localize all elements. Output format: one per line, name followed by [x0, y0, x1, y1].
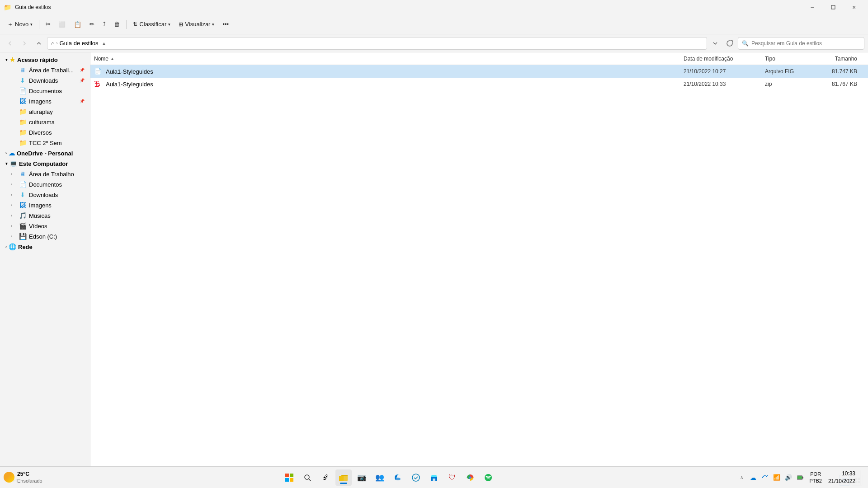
quick-access-expand-icon: ▾ — [5, 57, 8, 62]
folder-icon: 📁 — [19, 118, 26, 126]
videos-pc-icon: 🎬 — [19, 222, 26, 230]
culturama-label: culturama — [29, 119, 85, 126]
sidebar-item-downloads-pc[interactable]: › ⬇ Downloads — [2, 190, 88, 200]
taskbar-mcafee[interactable]: 🛡 — [444, 469, 460, 486]
table-row[interactable]: 🗜 Aula1-Styleguides 21/10/2022 10:33 zip… — [90, 78, 868, 90]
share-button[interactable]: ⤴ — [99, 17, 109, 32]
rename-button[interactable]: ✏ — [86, 17, 98, 32]
sidebar-item-documents-pc[interactable]: › 📄 Documentos — [2, 179, 88, 189]
close-button[interactable]: ✕ — [844, 0, 864, 14]
sidebar-item-music-pc[interactable]: › 🎵 Músicas — [2, 211, 88, 221]
sidebar-item-culturama[interactable]: 📁 culturama — [2, 117, 88, 127]
column-type[interactable]: Tipo — [765, 56, 819, 62]
show-desktop-button[interactable] — [860, 470, 863, 485]
weather-text: 25°C Ensolarado — [17, 471, 42, 484]
language-indicator[interactable]: POR PTB2 — [807, 471, 824, 484]
sidebar-section-network[interactable]: › 🌐 Rede — [2, 242, 88, 252]
music-pc-icon: 🎵 — [19, 212, 26, 219]
computer-icon: 💻 — [9, 160, 17, 167]
refresh-button[interactable] — [723, 37, 736, 50]
sidebar-item-downloads-quick[interactable]: ⬇ Downloads 📌 — [2, 75, 88, 85]
sidebar-item-documents-quick[interactable]: 📄 Documentos — [2, 86, 88, 96]
taskbar-teams[interactable]: 👥 — [372, 469, 388, 486]
new-button[interactable]: ＋ Novo ▾ — [4, 17, 36, 32]
onedrive-expand-icon: › — [5, 151, 7, 155]
paste-button[interactable]: 📋 — [70, 17, 85, 32]
sidebar-section-computer[interactable]: ▾ 💻 Este Computador — [2, 159, 88, 169]
copy-icon: ⬜ — [59, 21, 66, 28]
file-type-2: zip — [765, 81, 819, 87]
tray-wifi[interactable]: 📶 — [772, 473, 781, 482]
table-row[interactable]: 📄 Aula1-Styleguides 21/10/2022 10:27 Arq… — [90, 65, 868, 78]
taskbar-dell[interactable] — [408, 469, 424, 486]
clock-time: 10:33 — [828, 470, 855, 478]
column-size[interactable]: Tamanho — [819, 56, 864, 62]
sidebar-item-tcc[interactable]: 📁 TCC 2º Sem — [2, 138, 88, 148]
taskbar-widgets[interactable]: 🗞 — [317, 469, 334, 486]
sidebar-item-desktop-pc[interactable]: › 🖥 Área de Trabalho — [2, 169, 88, 179]
delete-button[interactable]: 🗑 — [110, 17, 123, 32]
file-name-2: Aula1-Styleguides — [106, 81, 684, 88]
expand-icon: › — [11, 182, 16, 187]
sidebar-item-drive-c[interactable]: › 💾 Edson (C:) — [2, 231, 88, 241]
view-button[interactable]: ⊞ Visualizar ▾ — [175, 17, 218, 32]
folder-icon: 📁 — [19, 129, 26, 136]
taskbar-spotify[interactable] — [480, 469, 496, 486]
column-name[interactable]: Nome ▲ — [94, 56, 684, 62]
taskbar-chrome[interactable] — [462, 469, 478, 486]
copy-button[interactable]: ⬜ — [55, 17, 69, 32]
sidebar-item-images-quick[interactable]: 🖼 Imagens 📌 — [2, 96, 88, 106]
column-date[interactable]: Data de modificação — [684, 56, 765, 62]
taskbar-center: 🗞 📷 👥 — [46, 469, 732, 486]
weather-widget[interactable]: 25°C Ensolarado — [0, 469, 46, 486]
window-title: Guia de estilos — [15, 4, 51, 10]
tray-sync[interactable] — [760, 473, 769, 482]
start-button[interactable] — [281, 469, 297, 486]
sidebar-item-aluraplay[interactable]: 📁 aluraplay — [2, 107, 88, 117]
back-button[interactable] — [4, 37, 16, 50]
expand-icon: › — [11, 234, 16, 239]
taskbar-edge[interactable] — [390, 469, 406, 486]
tray-volume[interactable]: 🔊 — [784, 473, 793, 482]
expand-icon: › — [11, 224, 16, 228]
desktop-icon: 🖥 — [19, 66, 26, 74]
file-size-2: 81.767 KB — [819, 81, 864, 87]
forward-button[interactable] — [18, 37, 31, 50]
dropdown-button[interactable] — [709, 37, 722, 50]
sort-icon: ⇅ — [133, 21, 137, 28]
taskbar-camera[interactable]: 📷 — [354, 469, 370, 486]
sort-button[interactable]: ⇅ Classificar ▾ — [129, 17, 174, 32]
tcc-label: TCC 2º Sem — [29, 140, 85, 146]
sidebar-item-desktop-quick[interactable]: 🖥 Área de Traball... 📌 — [2, 65, 88, 75]
tray-expand[interactable]: ∧ — [737, 473, 746, 482]
minimize-button[interactable]: ─ — [802, 0, 823, 14]
maximize-button[interactable] — [823, 0, 844, 14]
window-icon: 📁 — [4, 4, 11, 11]
title-bar-left: 📁 Guia de estilos — [4, 4, 51, 11]
search-icon: 🔍 — [742, 40, 749, 47]
images-quick-label: Imagens — [29, 98, 77, 105]
sidebar-section-onedrive[interactable]: › ☁ OneDrive - Personal — [2, 148, 88, 158]
address-path[interactable]: ⌂ › Guia de estilos ▲ — [47, 37, 707, 50]
tray-battery[interactable] — [796, 473, 805, 482]
cut-button[interactable]: ✂ — [42, 17, 54, 32]
system-clock[interactable]: 10:33 21/10/2022 — [826, 470, 857, 485]
search-button[interactable] — [299, 469, 316, 486]
svg-rect-0 — [831, 5, 835, 9]
videos-pc-label: Vídeos — [29, 223, 85, 230]
sidebar-item-videos-pc[interactable]: › 🎬 Vídeos — [2, 221, 88, 231]
music-pc-label: Músicas — [29, 212, 85, 219]
sidebar-item-images-pc[interactable]: › 🖼 Imagens — [2, 200, 88, 210]
onedrive-icon: ☁ — [9, 150, 15, 157]
up-button[interactable] — [33, 37, 45, 50]
more-button[interactable]: ••• — [219, 17, 232, 32]
file-fig-icon: 📄 — [94, 68, 103, 75]
taskbar-store[interactable] — [426, 469, 442, 486]
taskbar-explorer[interactable] — [335, 469, 352, 486]
search-input[interactable] — [751, 40, 860, 47]
tray-onedrive[interactable]: ☁ — [749, 473, 758, 482]
search-box[interactable]: 🔍 — [738, 37, 864, 50]
sidebar-section-quick-access[interactable]: ▾ ★ Acesso rápido — [2, 55, 88, 65]
computer-expand-icon: ▾ — [5, 161, 8, 166]
sidebar-item-diversos[interactable]: 📁 Diversos — [2, 127, 88, 137]
